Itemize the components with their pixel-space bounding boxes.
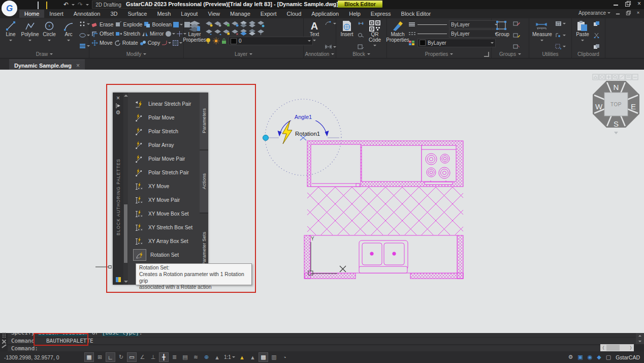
layer-select[interactable]: 0 (229, 37, 313, 45)
ribbon-minimize-button[interactable] (616, 11, 620, 15)
tab-view[interactable]: View (203, 10, 225, 18)
erase-button[interactable]: Erase (91, 21, 113, 28)
palette-item-xy-move[interactable]: XY Move (128, 179, 200, 193)
command-grip-icon[interactable] (3, 335, 4, 336)
dialog-launcher-icon[interactable] (484, 52, 489, 57)
layer-tool-icon[interactable] (240, 28, 247, 36)
grid-icon[interactable]: ⊞ (95, 352, 105, 362)
ellipse-tools-button[interactable] (79, 32, 90, 39)
tab-export[interactable]: Export (255, 10, 282, 18)
dynamic-input-icon[interactable]: ▭ (127, 352, 137, 362)
rotation-label[interactable]: Rotation1 (295, 131, 320, 137)
block-edit-icon[interactable] (358, 33, 364, 38)
layer-on-bulb-icon[interactable] (205, 38, 211, 44)
panel-icon[interactable]: ▣ (577, 354, 583, 360)
tab-layout[interactable]: Layout (176, 10, 203, 18)
canvas-horizontal-scrollbar[interactable]: 〈 〉 (600, 344, 634, 351)
layer-tool-icon[interactable] (248, 20, 256, 27)
palette-item-polar-move-pair[interactable]: Polar Move Pair (128, 152, 200, 166)
ribbon-close-button[interactable]: × (636, 11, 640, 15)
move-button[interactable]: Move (91, 40, 113, 46)
minimize-button[interactable] (613, 1, 619, 7)
ortho-icon[interactable]: ∟ (106, 352, 115, 362)
annotation-scale-icon[interactable]: ▲ (212, 352, 222, 362)
hatch-tools-button[interactable] (79, 43, 90, 49)
layer-tool-icon[interactable] (257, 20, 265, 27)
rotate-button[interactable]: Rotate (114, 40, 138, 46)
palette-item-xy-stretch-box-set[interactable]: XY Stretch Box Set (128, 221, 200, 234)
copy-button[interactable]: Copy (140, 40, 160, 46)
viewcube-menu-chevron-icon[interactable] (614, 132, 618, 134)
layer-freeze-sun-icon[interactable] (213, 38, 219, 44)
layer-tool-icon[interactable] (214, 28, 221, 36)
feedback-icon[interactable]: ◆ (597, 354, 601, 360)
settings-gear-icon[interactable]: ⚙ (568, 354, 573, 360)
quick-calc-icon[interactable] (555, 21, 566, 26)
polyline-button[interactable]: Polyline (21, 20, 39, 50)
panel-label-clipboard[interactable]: Clipboard (572, 50, 605, 58)
redo-dropdown-icon[interactable] (86, 4, 89, 7)
palette-item-rotation-set[interactable]: Rotation Set (128, 248, 200, 262)
qr-code-button[interactable]: QR Code (366, 20, 383, 50)
line-button[interactable]: Line (2, 20, 19, 50)
block-attribute-icon[interactable] (358, 21, 364, 26)
clock-icon[interactable]: ◔ (280, 352, 289, 362)
group-button[interactable]: Group (494, 20, 511, 50)
osnap-icon[interactable]: ⊥ (148, 352, 158, 362)
viewcube-south-label[interactable]: S (614, 119, 619, 128)
stretch-button[interactable]: Stretch (115, 31, 140, 37)
layer-tool-icon[interactable] (205, 28, 213, 36)
palette-item-polar-move[interactable]: Polar Move (128, 111, 200, 125)
panel-label-block[interactable]: Block (336, 50, 387, 58)
layer-tool-icon[interactable] (240, 20, 247, 27)
rotation-grip-point[interactable] (263, 135, 269, 141)
redo-icon[interactable]: ↷ (78, 2, 83, 8)
document-tab[interactable]: Dynamic Sample.dwg × (9, 59, 85, 71)
brand-label[interactable]: GstarCAD (616, 354, 640, 360)
zoom-icon[interactable]: ⊕ (202, 352, 211, 362)
arc-button[interactable]: Arc (60, 20, 77, 50)
palette-item-xy-move-box-set[interactable]: XY Move Box Set (128, 207, 200, 221)
modify-extra-icon[interactable] (173, 22, 183, 27)
copy-clip-icon[interactable] (593, 21, 600, 26)
scroll-up-icon[interactable] (638, 334, 641, 337)
palette-settings-gear-icon[interactable]: ⚙ (116, 109, 121, 117)
undo-dropdown-icon[interactable] (72, 4, 75, 7)
tab-application[interactable]: Application (306, 10, 344, 18)
dimension-tools-button[interactable] (325, 21, 336, 26)
palette-item-polar-stretch-pair[interactable]: Polar Stretch Pair (128, 166, 200, 179)
tab-surface[interactable]: Surface (123, 10, 152, 18)
command-scrollbar[interactable] (636, 333, 644, 344)
panel-label-modify[interactable]: Modify (89, 50, 183, 58)
tips-bulb-icon[interactable]: ◉ (588, 354, 593, 360)
palette-item-linear-stretch-pair[interactable]: Linear Stretch Pair (128, 97, 200, 111)
group-edit-icon[interactable] (513, 21, 520, 26)
scroll-right-icon[interactable]: 〉 (628, 345, 634, 351)
layer-tool-icon[interactable] (257, 28, 265, 36)
hatch-pattern-icon[interactable]: ▩ (259, 352, 268, 362)
paste-button[interactable]: Paste (574, 20, 591, 50)
text-button[interactable]: A Text (306, 20, 323, 50)
otrack-icon[interactable]: ╋ (159, 352, 169, 362)
palette-autohide-icon[interactable] (115, 103, 121, 109)
modify-extra-icon[interactable] (166, 31, 175, 37)
scroll-up-icon[interactable] (124, 93, 128, 97)
angle-icon[interactable]: ∠ (138, 352, 147, 362)
tab-annotation[interactable]: Annotation (69, 10, 106, 18)
layer-tool-icon[interactable] (248, 28, 256, 36)
polar-tracking-icon[interactable]: ↻ (116, 352, 126, 362)
panel-label-properties[interactable]: Properties (387, 50, 491, 58)
app-logo-icon[interactable]: G (2, 1, 17, 16)
tab-express[interactable]: Express (366, 10, 396, 18)
tab-help[interactable]: Help (344, 10, 366, 18)
cut-clip-icon[interactable] (593, 33, 600, 38)
appearance-menu[interactable]: Appearance (578, 10, 610, 16)
mirror-button[interactable]: Mirror (142, 31, 164, 37)
close-icon[interactable]: × (76, 62, 80, 69)
leader-tools-button[interactable] (325, 44, 336, 49)
circle-button[interactable]: Circle (41, 20, 58, 50)
point-tools-button[interactable] (79, 21, 90, 27)
palette-item-xy-array-box-set[interactable]: XY Array Box Set (128, 234, 200, 248)
layer-tool-icon[interactable] (231, 20, 239, 27)
scroll-down-icon[interactable] (124, 281, 128, 285)
